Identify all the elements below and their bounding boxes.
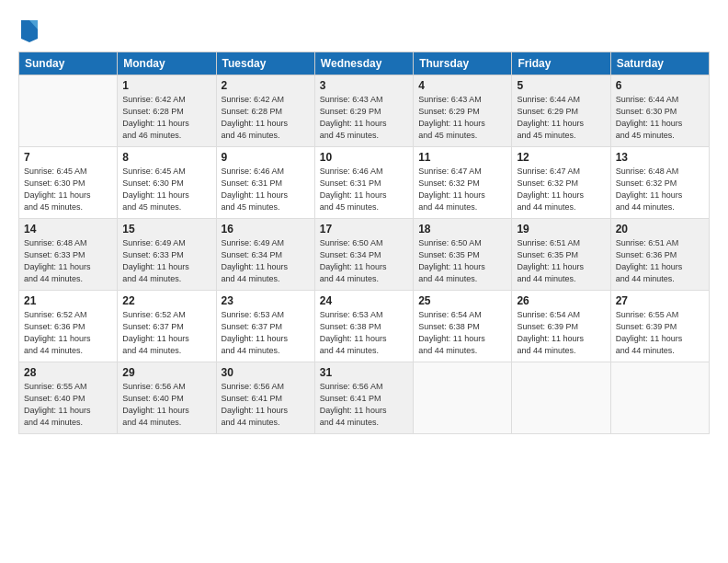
day-info: Sunrise: 6:51 AM Sunset: 6:36 PM Dayligh…	[616, 237, 704, 285]
calendar-week-row: 7Sunrise: 6:45 AM Sunset: 6:30 PM Daylig…	[19, 147, 710, 219]
calendar-cell: 7Sunrise: 6:45 AM Sunset: 6:30 PM Daylig…	[19, 147, 118, 219]
day-number: 30	[222, 366, 310, 379]
calendar-cell: 29Sunrise: 6:56 AM Sunset: 6:40 PM Dayli…	[118, 362, 216, 434]
day-number: 12	[517, 151, 605, 164]
day-number: 25	[418, 294, 506, 307]
day-info: Sunrise: 6:44 AM Sunset: 6:30 PM Dayligh…	[616, 94, 704, 142]
day-info: Sunrise: 6:43 AM Sunset: 6:29 PM Dayligh…	[418, 94, 506, 142]
day-info: Sunrise: 6:48 AM Sunset: 6:32 PM Dayligh…	[616, 166, 704, 213]
day-number: 28	[24, 366, 112, 379]
day-number: 20	[616, 223, 704, 236]
calendar-cell: 3Sunrise: 6:43 AM Sunset: 6:29 PM Daylig…	[314, 75, 413, 147]
day-number: 6	[616, 79, 704, 92]
day-number: 27	[616, 294, 704, 307]
day-info: Sunrise: 6:42 AM Sunset: 6:28 PM Dayligh…	[222, 94, 310, 142]
day-info: Sunrise: 6:45 AM Sunset: 6:30 PM Dayligh…	[24, 166, 112, 213]
calendar-cell: 2Sunrise: 6:42 AM Sunset: 6:28 PM Daylig…	[216, 75, 314, 147]
day-number: 2	[222, 79, 310, 92]
day-number: 24	[320, 294, 408, 307]
calendar-col-header: Wednesday	[314, 52, 413, 75]
day-number: 29	[122, 366, 210, 379]
day-number: 26	[517, 294, 605, 307]
day-info: Sunrise: 6:55 AM Sunset: 6:39 PM Dayligh…	[616, 309, 704, 357]
day-number: 11	[418, 151, 506, 164]
calendar-col-header: Sunday	[19, 52, 118, 75]
calendar-cell: 30Sunrise: 6:56 AM Sunset: 6:41 PM Dayli…	[216, 362, 314, 434]
day-info: Sunrise: 6:44 AM Sunset: 6:29 PM Dayligh…	[517, 94, 605, 142]
calendar-cell: 31Sunrise: 6:56 AM Sunset: 6:41 PM Dayli…	[314, 362, 413, 434]
calendar-col-header: Tuesday	[216, 52, 314, 75]
calendar-cell: 27Sunrise: 6:55 AM Sunset: 6:39 PM Dayli…	[610, 291, 709, 362]
calendar-cell: 21Sunrise: 6:52 AM Sunset: 6:36 PM Dayli…	[19, 291, 118, 362]
calendar-cell: 9Sunrise: 6:46 AM Sunset: 6:31 PM Daylig…	[216, 147, 314, 219]
calendar-cell: 5Sunrise: 6:44 AM Sunset: 6:29 PM Daylig…	[512, 75, 610, 147]
calendar-col-header: Thursday	[414, 52, 512, 75]
calendar-cell: 8Sunrise: 6:45 AM Sunset: 6:30 PM Daylig…	[118, 147, 216, 219]
calendar-week-row: 28Sunrise: 6:55 AM Sunset: 6:40 PM Dayli…	[19, 362, 710, 434]
calendar-table: SundayMondayTuesdayWednesdayThursdayFrid…	[18, 52, 710, 434]
calendar-col-header: Monday	[118, 52, 216, 75]
day-info: Sunrise: 6:56 AM Sunset: 6:40 PM Dayligh…	[122, 381, 210, 429]
logo-icon	[19, 17, 40, 42]
day-number: 15	[122, 223, 210, 236]
day-number: 7	[24, 151, 112, 164]
calendar-cell: 26Sunrise: 6:54 AM Sunset: 6:39 PM Dayli…	[512, 291, 610, 362]
calendar-cell: 10Sunrise: 6:46 AM Sunset: 6:31 PM Dayli…	[314, 147, 413, 219]
day-number: 23	[222, 294, 310, 307]
calendar-cell: 19Sunrise: 6:51 AM Sunset: 6:35 PM Dayli…	[512, 219, 610, 291]
day-info: Sunrise: 6:55 AM Sunset: 6:40 PM Dayligh…	[24, 381, 112, 429]
day-info: Sunrise: 6:50 AM Sunset: 6:34 PM Dayligh…	[320, 237, 408, 285]
calendar-cell: 6Sunrise: 6:44 AM Sunset: 6:30 PM Daylig…	[610, 75, 709, 147]
calendar-cell: 15Sunrise: 6:49 AM Sunset: 6:33 PM Dayli…	[118, 219, 216, 291]
day-number: 21	[24, 294, 112, 307]
day-info: Sunrise: 6:47 AM Sunset: 6:32 PM Dayligh…	[418, 166, 506, 213]
day-number: 10	[320, 151, 408, 164]
calendar-col-header: Friday	[512, 52, 610, 75]
calendar-cell: 11Sunrise: 6:47 AM Sunset: 6:32 PM Dayli…	[414, 147, 512, 219]
day-number: 22	[122, 294, 210, 307]
header	[18, 17, 710, 42]
calendar-cell	[414, 362, 512, 434]
day-number: 13	[616, 151, 704, 164]
day-info: Sunrise: 6:49 AM Sunset: 6:34 PM Dayligh…	[222, 237, 310, 285]
calendar-cell: 13Sunrise: 6:48 AM Sunset: 6:32 PM Dayli…	[610, 147, 709, 219]
day-number: 9	[222, 151, 310, 164]
day-info: Sunrise: 6:52 AM Sunset: 6:36 PM Dayligh…	[24, 309, 112, 357]
calendar-header-row: SundayMondayTuesdayWednesdayThursdayFrid…	[19, 52, 710, 75]
day-info: Sunrise: 6:51 AM Sunset: 6:35 PM Dayligh…	[517, 237, 605, 285]
day-number: 4	[418, 79, 506, 92]
day-number: 8	[122, 151, 210, 164]
day-info: Sunrise: 6:54 AM Sunset: 6:38 PM Dayligh…	[418, 309, 506, 357]
calendar-cell: 17Sunrise: 6:50 AM Sunset: 6:34 PM Dayli…	[314, 219, 413, 291]
calendar-cell: 16Sunrise: 6:49 AM Sunset: 6:34 PM Dayli…	[216, 219, 314, 291]
calendar-cell: 20Sunrise: 6:51 AM Sunset: 6:36 PM Dayli…	[610, 219, 709, 291]
logo	[18, 17, 40, 42]
calendar-cell: 18Sunrise: 6:50 AM Sunset: 6:35 PM Dayli…	[414, 219, 512, 291]
day-number: 14	[24, 223, 112, 236]
day-number: 31	[320, 366, 408, 379]
day-number: 1	[122, 79, 210, 92]
calendar-cell	[610, 362, 709, 434]
day-number: 5	[517, 79, 605, 92]
day-number: 3	[320, 79, 408, 92]
calendar-cell: 28Sunrise: 6:55 AM Sunset: 6:40 PM Dayli…	[19, 362, 118, 434]
calendar-cell	[512, 362, 610, 434]
day-info: Sunrise: 6:48 AM Sunset: 6:33 PM Dayligh…	[24, 237, 112, 285]
day-number: 18	[418, 223, 506, 236]
day-info: Sunrise: 6:53 AM Sunset: 6:38 PM Dayligh…	[320, 309, 408, 357]
day-number: 16	[222, 223, 310, 236]
calendar-cell: 14Sunrise: 6:48 AM Sunset: 6:33 PM Dayli…	[19, 219, 118, 291]
calendar-week-row: 1Sunrise: 6:42 AM Sunset: 6:28 PM Daylig…	[19, 75, 710, 147]
day-info: Sunrise: 6:49 AM Sunset: 6:33 PM Dayligh…	[122, 237, 210, 285]
day-number: 19	[517, 223, 605, 236]
calendar-cell: 1Sunrise: 6:42 AM Sunset: 6:28 PM Daylig…	[118, 75, 216, 147]
calendar-cell: 22Sunrise: 6:52 AM Sunset: 6:37 PM Dayli…	[118, 291, 216, 362]
calendar-week-row: 14Sunrise: 6:48 AM Sunset: 6:33 PM Dayli…	[19, 219, 710, 291]
calendar-week-row: 21Sunrise: 6:52 AM Sunset: 6:36 PM Dayli…	[19, 291, 710, 362]
day-info: Sunrise: 6:42 AM Sunset: 6:28 PM Dayligh…	[122, 94, 210, 142]
day-info: Sunrise: 6:50 AM Sunset: 6:35 PM Dayligh…	[418, 237, 506, 285]
day-number: 17	[320, 223, 408, 236]
day-info: Sunrise: 6:56 AM Sunset: 6:41 PM Dayligh…	[320, 381, 408, 429]
day-info: Sunrise: 6:43 AM Sunset: 6:29 PM Dayligh…	[320, 94, 408, 142]
day-info: Sunrise: 6:46 AM Sunset: 6:31 PM Dayligh…	[222, 166, 310, 213]
